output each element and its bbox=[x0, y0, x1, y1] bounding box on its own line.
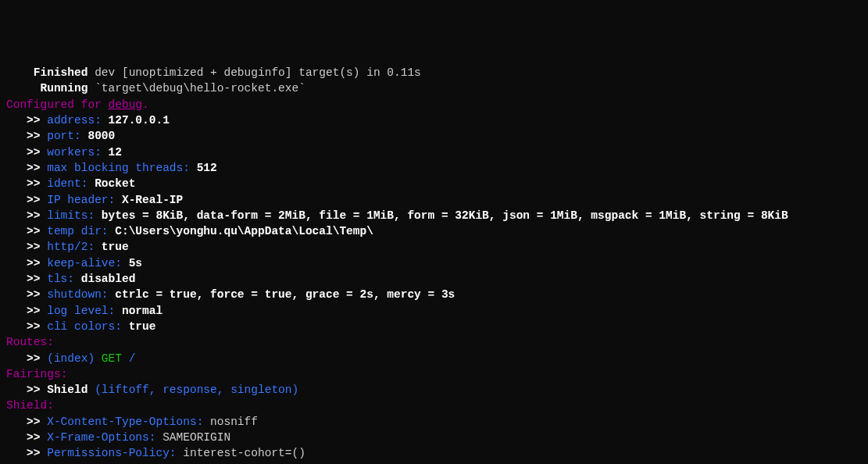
terminal-line: Finished dev [unoptimized + debuginfo] t… bbox=[6, 65, 862, 80]
arrow-icon: >> bbox=[6, 114, 47, 127]
configured-suffix: . bbox=[142, 98, 149, 111]
config-value: 5s bbox=[122, 257, 142, 269]
config-value: X-Real-IP bbox=[115, 194, 183, 206]
config-key: max blocking threads: bbox=[47, 162, 190, 174]
configured-profile: debug bbox=[109, 98, 143, 111]
shield-key: X-Content-Type-Options: bbox=[47, 416, 203, 428]
terminal-line: >> ident: Rocket bbox=[6, 176, 862, 191]
terminal-line: Rocket has launched from http://127.0.0.… bbox=[6, 462, 862, 464]
terminal-line: Running `target\debug\hello-rocket.exe` bbox=[6, 80, 862, 96]
terminal-line: Fairings: bbox=[6, 366, 862, 382]
config-key: address: bbox=[47, 114, 102, 127]
arrow-icon: >> bbox=[6, 257, 47, 269]
config-key: shutdown: bbox=[47, 288, 108, 301]
arrow-icon: >> bbox=[6, 305, 47, 317]
routes-header: Routes bbox=[6, 336, 47, 348]
config-value: normal bbox=[115, 305, 163, 317]
configured-prefix: Configured for bbox=[6, 98, 109, 111]
arrow-icon: >> bbox=[6, 194, 47, 206]
shield-value: SAMEORIGIN bbox=[155, 431, 230, 444]
config-value: true bbox=[122, 320, 156, 333]
shield-value: interest-cohort=() bbox=[177, 447, 305, 459]
arrow-icon: >> bbox=[6, 241, 47, 253]
config-value: ctrlc = true, force = true, grace = 2s, … bbox=[109, 288, 455, 301]
finished-detail: dev [unoptimized + debuginfo] target(s) … bbox=[88, 66, 420, 79]
arrow-icon: >> bbox=[6, 273, 47, 285]
config-key: temp dir: bbox=[47, 225, 108, 237]
terminal-line: >> tls: disabled bbox=[6, 271, 862, 287]
terminal-line: >> (index) GET / bbox=[6, 351, 862, 366]
running-label: Running bbox=[41, 82, 88, 95]
arrow-icon: >> bbox=[6, 225, 47, 237]
arrow-icon: >> bbox=[6, 352, 47, 365]
terminal-line: >> Shield (liftoff, response, singleton) bbox=[6, 382, 862, 398]
terminal-line: >> max blocking threads: 512 bbox=[6, 160, 862, 176]
terminal-line: >> workers: 12 bbox=[6, 145, 862, 160]
shield-header: Shield bbox=[6, 399, 47, 412]
config-key: keep-alive: bbox=[47, 257, 122, 269]
terminal-output: Finished dev [unoptimized + debuginfo] t… bbox=[6, 65, 862, 464]
route-method: GET bbox=[95, 352, 122, 365]
terminal-line: >> keep-alive: 5s bbox=[6, 255, 862, 271]
finished-label: Finished bbox=[34, 66, 88, 79]
config-key: cli colors: bbox=[47, 320, 122, 333]
config-value: bytes = 8KiB, data-form = 2MiB, file = 1… bbox=[95, 209, 788, 222]
running-detail: `target\debug\hello-rocket.exe` bbox=[88, 82, 305, 95]
terminal-line: >> log level: normal bbox=[6, 303, 862, 319]
terminal-line: >> IP header: X-Real-IP bbox=[6, 192, 862, 208]
config-value: C:\Users\yonghu.qu\AppData\Local\Temp\ bbox=[109, 225, 373, 237]
arrow-icon: >> bbox=[6, 146, 47, 159]
config-value: 512 bbox=[190, 162, 217, 174]
terminal-line: >> X-Frame-Options: SAMEORIGIN bbox=[6, 430, 862, 445]
terminal-line: >> http/2: true bbox=[6, 239, 862, 255]
config-key: IP header: bbox=[47, 194, 115, 206]
terminal-line: >> shutdown: ctrlc = true, force = true,… bbox=[6, 287, 862, 302]
route-name: (index) bbox=[47, 352, 95, 365]
fairing-detail: (liftoff, response, singleton) bbox=[95, 384, 298, 396]
arrow-icon: >> bbox=[6, 177, 47, 190]
terminal-line: Shield: bbox=[6, 398, 862, 413]
config-key: http/2: bbox=[47, 241, 95, 253]
config-value: 8000 bbox=[81, 130, 116, 142]
fairing-name: Shield bbox=[47, 384, 95, 396]
terminal-line: >> X-Content-Type-Options: nosniff bbox=[6, 414, 862, 430]
arrow-icon: >> bbox=[6, 288, 47, 301]
shield-key: X-Frame-Options: bbox=[47, 431, 155, 444]
terminal-line: >> cli colors: true bbox=[6, 319, 862, 334]
arrow-icon: >> bbox=[6, 416, 47, 428]
config-key: limits: bbox=[47, 209, 95, 222]
config-key: port: bbox=[47, 130, 81, 142]
fairings-header: Fairings bbox=[6, 368, 61, 380]
terminal-line: >> address: 127.0.0.1 bbox=[6, 112, 862, 128]
terminal-line: Configured for debug. bbox=[6, 97, 862, 112]
config-value: 127.0.0.1 bbox=[102, 114, 170, 127]
arrow-icon: >> bbox=[6, 209, 47, 222]
arrow-icon: >> bbox=[6, 320, 47, 333]
config-value: disabled bbox=[74, 273, 135, 285]
shield-value: nosniff bbox=[203, 416, 258, 428]
config-key: workers: bbox=[47, 146, 102, 159]
config-key: ident: bbox=[47, 177, 88, 190]
arrow-icon: >> bbox=[6, 431, 47, 444]
terminal-line: >> temp dir: C:\Users\yonghu.qu\AppData\… bbox=[6, 223, 862, 239]
config-value: Rocket bbox=[88, 177, 135, 190]
config-key: tls: bbox=[47, 273, 74, 285]
arrow-icon: >> bbox=[6, 162, 47, 174]
terminal-line: Routes: bbox=[6, 334, 862, 350]
terminal-line: >> port: 8000 bbox=[6, 128, 862, 144]
arrow-icon: >> bbox=[6, 447, 47, 459]
terminal-line: >> limits: bytes = 8KiB, data-form = 2Mi… bbox=[6, 208, 862, 223]
shield-key: Permissions-Policy: bbox=[47, 447, 176, 459]
terminal-line: >> Permissions-Policy: interest-cohort=(… bbox=[6, 445, 862, 461]
arrow-icon: >> bbox=[6, 130, 47, 142]
route-path: / bbox=[122, 352, 135, 365]
config-value: 12 bbox=[102, 146, 122, 159]
config-key: log level: bbox=[47, 305, 115, 317]
config-value: true bbox=[95, 241, 129, 253]
arrow-icon: >> bbox=[6, 384, 47, 396]
